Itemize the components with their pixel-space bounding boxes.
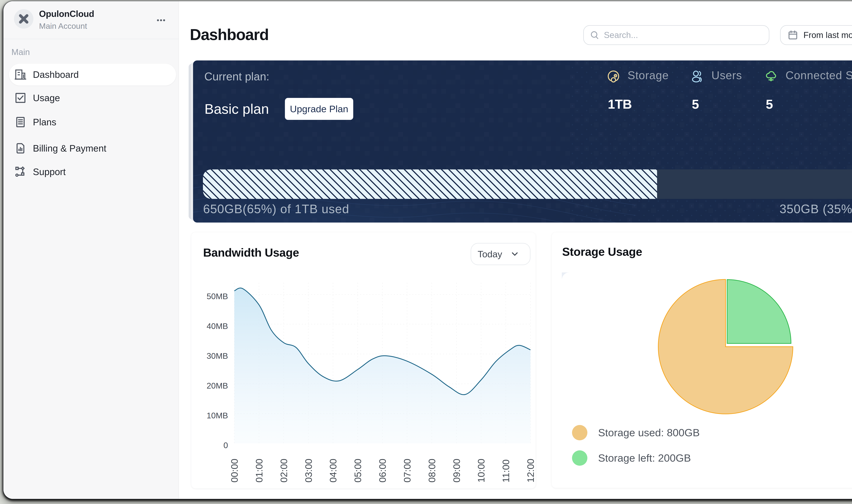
svg-text:Storage left: 200GB: Storage left: 200GB <box>598 452 691 464</box>
svg-text:00:00: 00:00 <box>229 459 240 483</box>
svg-text:04:00: 04:00 <box>328 459 338 483</box>
svg-text:09:00: 09:00 <box>451 459 462 483</box>
svg-text:10:00: 10:00 <box>476 459 486 483</box>
svg-text:06:00: 06:00 <box>377 459 388 483</box>
svg-text:11:00: 11:00 <box>501 460 511 483</box>
svg-text:02:00: 02:00 <box>278 459 289 483</box>
svg-text:08:00: 08:00 <box>427 459 437 483</box>
svg-text:07:00: 07:00 <box>402 459 413 483</box>
svg-text:12:00: 12:00 <box>525 459 536 483</box>
svg-text:05:00: 05:00 <box>352 459 363 483</box>
svg-text:01:00: 01:00 <box>254 459 264 483</box>
svg-text:03:00: 03:00 <box>303 459 314 483</box>
svg-text:Storage used: 800GB: Storage used: 800GB <box>598 427 700 438</box>
